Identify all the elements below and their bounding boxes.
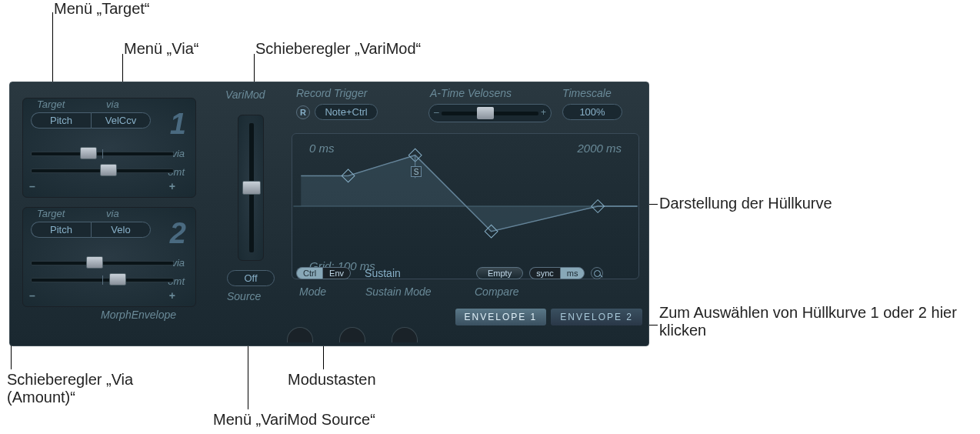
amount-slider-2[interactable]: [31, 272, 174, 288]
envelope-button-row-right: Empty sync ms: [476, 267, 603, 279]
callout-via-amount: Schieberegler „Via (Amount)“: [7, 371, 161, 406]
sustain-marker[interactable]: S: [411, 166, 422, 177]
target-menu-2[interactable]: Pitch: [31, 222, 91, 238]
label-mode: Mode: [299, 285, 326, 298]
label-target: Target: [37, 208, 65, 219]
zoom-icon[interactable]: [591, 267, 603, 279]
record-trigger-menu[interactable]: Note+Ctrl: [315, 104, 377, 120]
label-sustain-mode: Sustain Mode: [365, 285, 432, 298]
sync-ms-segmented: sync ms: [529, 267, 585, 279]
mode-env-button[interactable]: Env: [322, 267, 351, 279]
label-atime: A-Time Velosens: [430, 87, 512, 99]
varimod-section: VariMod Off Source: [221, 92, 281, 315]
minus-sign: –: [29, 180, 35, 192]
target-via-group-1: Target via Pitch VelCcv 1 via omt – +: [22, 98, 196, 198]
label-source: Source: [227, 290, 261, 302]
knob[interactable]: [339, 327, 365, 342]
via-amount-slider-1[interactable]: [31, 146, 174, 162]
callout-varimod-slider: Schieberegler „VariMod“: [255, 40, 421, 58]
sustain-mode-value[interactable]: Sustain: [365, 267, 401, 279]
via-amount-slider-2[interactable]: [31, 255, 174, 271]
via-menu-1[interactable]: VelCcv: [91, 112, 151, 129]
callout-envelope-display: Darstellung der Hüllkurve: [659, 195, 832, 212]
compare-empty-button[interactable]: Empty: [476, 267, 523, 279]
ms-button[interactable]: ms: [560, 267, 585, 279]
tab-envelope-2[interactable]: ENVELOPE 2: [551, 309, 642, 326]
plugin-panel: Target via Pitch VelCcv 1 via omt – + Ta…: [9, 82, 649, 346]
label-via: via: [106, 98, 119, 110]
mode-ctrl-button[interactable]: Ctrl: [296, 267, 322, 279]
target-menu-1[interactable]: Pitch: [31, 112, 91, 129]
envelope-right-time: 2000 ms: [577, 142, 622, 155]
envelope-button-row: Ctrl Env Sustain: [296, 267, 415, 279]
target-via-group-2: Target via Pitch Velo 2 via omt – +: [22, 207, 196, 307]
knob[interactable]: [287, 327, 313, 342]
label-varimod: VariMod: [225, 88, 265, 101]
channel-number-1: 1: [170, 108, 186, 141]
label-target: Target: [37, 98, 65, 110]
timescale-value[interactable]: 100%: [562, 104, 622, 120]
via-menu-2[interactable]: Velo: [91, 222, 151, 238]
callout-envelope-select: Zum Auswählen von Hüllkurve 1 oder 2 hie…: [659, 304, 975, 339]
callout-mode-buttons: Modustasten: [288, 371, 376, 389]
envelope-curve: [292, 134, 638, 279]
varimod-slider[interactable]: [238, 115, 264, 261]
label-record-trigger: Record Trigger: [296, 87, 367, 99]
knob-row: [287, 327, 418, 342]
channel-number-2: 2: [170, 217, 186, 250]
varimod-source-menu[interactable]: Off: [227, 270, 275, 286]
label-timescale: Timescale: [562, 87, 612, 99]
callout-varimod-source: Menü „VariMod Source“: [213, 411, 375, 429]
amount-slider-1[interactable]: [31, 163, 174, 179]
knob[interactable]: [392, 327, 418, 342]
callout-target-menu: Menü „Target“: [54, 0, 150, 18]
plus-sign: +: [169, 289, 175, 302]
minus-sign: –: [434, 107, 439, 118]
tab-envelope-1[interactable]: ENVELOPE 1: [455, 309, 547, 326]
morph-envelope-label: MorphEnvelope: [101, 309, 176, 321]
plus-sign: +: [541, 107, 546, 118]
envelope-tabs: ENVELOPE 1 ENVELOPE 2: [455, 309, 642, 326]
label-via: via: [106, 208, 119, 219]
record-button[interactable]: R: [296, 105, 310, 119]
atime-velosens-slider[interactable]: – +: [428, 104, 552, 122]
sync-button[interactable]: sync: [529, 267, 560, 279]
callout-via-menu: Menü „Via“: [124, 40, 198, 58]
envelope-left-time: 0 ms: [309, 142, 335, 155]
envelope-display[interactable]: 0 ms 2000 ms Grid: 100 ms S: [292, 133, 639, 279]
plus-sign: +: [169, 180, 175, 192]
record-trigger-group: R Note+Ctrl: [296, 104, 378, 120]
mode-segmented: Ctrl Env: [296, 267, 351, 279]
minus-sign: –: [29, 289, 35, 302]
label-compare: Compare: [475, 285, 519, 298]
